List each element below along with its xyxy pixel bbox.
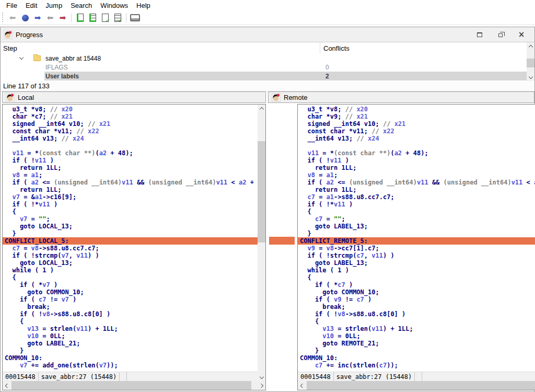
menu-jump[interactable]: Jump [41, 1, 66, 10]
menu-file[interactable]: File [2, 1, 21, 10]
menu-search[interactable]: Search [66, 1, 96, 10]
code-line[interactable] [3, 142, 258, 149]
code-line[interactable]: __int64 v13; // x24 [3, 135, 258, 142]
code-line[interactable]: goto COMMON_10; [298, 289, 535, 296]
code-line[interactable]: u3_t *v8; // x20 [3, 106, 258, 113]
code-line[interactable]: v7 += add_one(strlen(v7)); [3, 362, 258, 369]
code-line[interactable]: v8 = a1; [3, 171, 258, 179]
menu-windows[interactable]: Windows [96, 1, 132, 10]
scroll-left-icon[interactable] [298, 381, 306, 390]
code-line[interactable]: v11 = *(const char **)(a2 + 48); [3, 149, 258, 157]
code-line[interactable]: goto REMOTE_21; [298, 340, 535, 347]
code-line[interactable]: __int64 v13; // x24 [298, 135, 535, 142]
code-line[interactable]: if ( !v8->s88.u8.c8[0] ) [298, 310, 535, 318]
code-line[interactable]: goto LABEL_13; [298, 223, 535, 230]
code-line[interactable]: signed __int64 v10; // x21 [3, 120, 258, 128]
code-line[interactable]: if ( !strcmp(c7, v11) ) [298, 252, 535, 259]
code-line[interactable]: return 1LL; [3, 164, 258, 171]
show-merge-view-icon[interactable] [129, 12, 141, 24]
toolbar-drag-handle[interactable] [2, 13, 4, 23]
code-line[interactable]: } [298, 347, 535, 354]
scroll-left-icon[interactable] [3, 381, 10, 390]
remote-pane-header[interactable]: Remote [268, 91, 534, 103]
show-local-database-icon[interactable] [74, 12, 86, 24]
column-conflicts[interactable]: Conflicts [320, 42, 527, 54]
code-line[interactable]: break; [298, 303, 535, 310]
code-line[interactable]: if ( *c7 ) [298, 281, 535, 289]
code-line[interactable]: goto COMMON_10; [3, 289, 258, 296]
scrollbar-thumb[interactable] [11, 381, 251, 390]
code-line[interactable]: v10 = 0LL; [298, 332, 535, 340]
code-line[interactable]: COMMON_10: [3, 354, 258, 362]
code-line[interactable]: v13 = strlen(v11) + 1LL; [3, 325, 258, 332]
code-line[interactable]: COMMON_10: [298, 354, 535, 362]
local-vertical-scrollbar[interactable] [258, 105, 265, 381]
jump-back-icon[interactable]: ⬅ [6, 12, 19, 24]
code-line[interactable]: v11 = *(const char **)(a2 + 48); [298, 149, 535, 157]
show-remote-database-icon[interactable] [86, 12, 99, 24]
conflict-code-line[interactable]: CONFLICT_LOCAL_5: [3, 237, 258, 245]
code-line[interactable]: goto LOCAL_13; [3, 223, 258, 230]
code-line[interactable]: break; [3, 303, 258, 310]
code-line[interactable]: if ( a2 <= (unsigned __int64)v11 && (uns… [3, 179, 258, 186]
code-line[interactable]: c7 = ""; [298, 215, 535, 223]
code-line[interactable]: v7 = &a1->c16[9]; [3, 193, 258, 201]
code-line[interactable]: return 1LL; [298, 164, 535, 171]
code-line[interactable]: if ( !*v11 ) [298, 201, 535, 208]
code-line[interactable]: { [298, 274, 535, 281]
scroll-up-icon[interactable] [258, 105, 265, 112]
code-line[interactable]: if ( !v8->s88.u8.c8[0] ) [3, 310, 258, 318]
maximize-button[interactable] [474, 30, 485, 39]
code-line[interactable]: if ( !v11 ) [3, 157, 258, 164]
code-line[interactable]: return 1LL; [3, 186, 258, 193]
code-line[interactable]: { [298, 318, 535, 325]
code-line[interactable]: if ( v9 != c7 ) [298, 296, 535, 303]
code-line[interactable]: { [3, 318, 258, 325]
code-line[interactable]: const char *v11; // x22 [298, 128, 535, 135]
code-line[interactable]: goto LOCAL_13; [3, 259, 258, 267]
code-line[interactable]: } [298, 230, 535, 237]
code-line[interactable]: if ( *v7 ) [3, 281, 258, 289]
code-line[interactable]: v9 = v8->cc7[1].c7; [298, 245, 535, 252]
code-line[interactable]: { [298, 208, 535, 215]
code-line[interactable]: if ( a2 <= (unsigned __int64)v11 && (uns… [298, 179, 535, 186]
scroll-down-icon[interactable] [527, 73, 534, 81]
code-line[interactable]: if ( c7 != v7 ) [3, 296, 258, 303]
code-line[interactable]: v8 = a1; [298, 171, 535, 179]
code-line[interactable]: goto LABEL_21; [3, 340, 258, 347]
remote-horizontal-scrollbar[interactable] [298, 381, 535, 390]
scroll-down-icon[interactable] [258, 373, 265, 381]
code-line[interactable]: while ( 1 ) [298, 267, 535, 274]
conflict-marker[interactable] [269, 237, 295, 245]
code-line[interactable]: c7 = a1->s88.u8.cc7.c7; [298, 193, 535, 201]
menu-help[interactable]: Help [132, 1, 155, 10]
column-step[interactable]: Step [1, 44, 320, 52]
previous-conflict-icon[interactable]: ⬅ [44, 12, 56, 24]
remote-code-view[interactable]: u3_t *v8; // x20 char *v9; // x21 signed… [298, 105, 535, 372]
local-pane-header[interactable]: Local [2, 91, 266, 103]
progress-titlebar[interactable]: Progress × [1, 27, 534, 42]
code-line[interactable]: v7 = ""; [3, 215, 258, 223]
tree-row-iflags[interactable]: IFLAGS 0 [1, 63, 527, 72]
next-conflict-icon[interactable]: ➡ [56, 12, 69, 24]
code-line[interactable]: } [3, 230, 258, 237]
code-line[interactable]: goto LABEL_13; [298, 259, 535, 267]
code-line[interactable]: if ( !v11 ) [298, 157, 535, 164]
accept-local-icon[interactable]: ✓ [99, 12, 111, 24]
local-horizontal-scrollbar[interactable] [3, 381, 265, 390]
code-line[interactable]: v13 = strlen(v11) + 1LL; [298, 325, 535, 332]
code-line[interactable]: signed __int64 v10; // x21 [298, 120, 535, 128]
code-line[interactable]: { [3, 208, 258, 215]
code-line[interactable]: char *c7; // x21 [3, 113, 258, 120]
code-line[interactable]: v10 = 0LL; [3, 332, 258, 340]
code-line[interactable] [298, 142, 535, 149]
code-line[interactable]: c7 += inc(strlen(c7)); [298, 362, 535, 369]
scrollbar-thumb[interactable] [307, 381, 535, 390]
scrollbar-thumb[interactable] [258, 141, 265, 243]
tree-vertical-scrollbar[interactable] [527, 42, 534, 81]
close-button[interactable]: × [516, 30, 527, 39]
code-line[interactable]: const char *v11; // x22 [3, 128, 258, 135]
code-line[interactable]: char *v9; // x21 [298, 113, 535, 120]
tree-row-user-labels[interactable]: User labels 2 [1, 72, 527, 80]
scrollbar-thumb[interactable] [527, 59, 534, 68]
